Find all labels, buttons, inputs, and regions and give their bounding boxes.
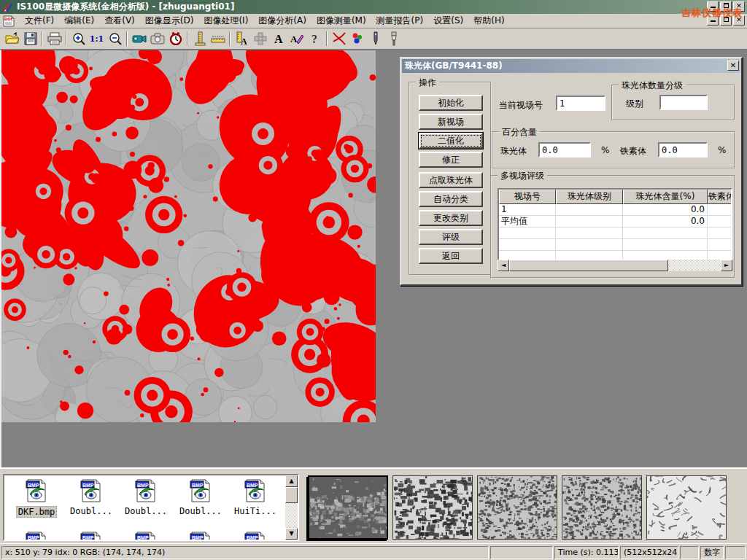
thumbnail-2[interactable] xyxy=(392,475,473,540)
actual-size-button[interactable]: 1:1 xyxy=(88,30,106,47)
binarize-button[interactable]: 二值化 xyxy=(419,133,483,149)
mdi-close-button[interactable]: ✕ xyxy=(733,15,745,26)
file-item[interactable]: BMP DKF.bmp xyxy=(10,478,63,518)
open-button[interactable] xyxy=(3,30,21,47)
file-name[interactable]: Doubl... xyxy=(123,506,169,516)
current-field-input[interactable] xyxy=(556,96,605,111)
application-window: { "window": { "title": "IS100显微摄像系统(金相分析… xyxy=(0,0,747,560)
file-name[interactable]: HuiTi... xyxy=(233,506,278,516)
file-item[interactable]: BMP xyxy=(120,531,172,541)
level-label: 级别 xyxy=(626,98,643,110)
pick-pearlite-button[interactable]: 点取珠光体 xyxy=(419,172,483,188)
file-item[interactable]: BMP xyxy=(65,531,117,541)
pixel-info: x: 510 y: 79 idx: 0 RGB: (174, 174, 174) xyxy=(1,546,489,559)
menu-edit[interactable]: 编辑(E) xyxy=(59,13,99,28)
classify-button[interactable] xyxy=(348,30,366,47)
video-capture-button[interactable] xyxy=(130,30,148,47)
minimize-button[interactable] xyxy=(707,1,719,12)
title-bar[interactable]: IS100显微摄像系统(金相分析版) - [zhuguangti01] ✕ xyxy=(0,0,747,14)
pen-button[interactable] xyxy=(366,30,384,47)
help-button[interactable]: ? xyxy=(306,30,324,47)
change-class-button[interactable]: 更改类别 xyxy=(419,210,483,226)
auto-classify-button[interactable]: 自动分类 xyxy=(419,191,483,207)
correct-button[interactable]: 修正 xyxy=(419,152,483,168)
scroll-left-button[interactable]: ◄ xyxy=(498,260,509,271)
mdi-restore-button[interactable] xyxy=(720,15,732,26)
file-list-scrollbar[interactable]: ▲ ▼ xyxy=(285,475,298,540)
thumbnail-4[interactable] xyxy=(562,475,642,540)
file-item[interactable]: BMP xyxy=(10,531,63,541)
curve-delete-button[interactable] xyxy=(330,30,348,47)
thumbnail-3[interactable] xyxy=(477,475,557,540)
text-icon: A xyxy=(273,32,285,45)
brush-button[interactable] xyxy=(384,30,403,47)
menu-file[interactable]: 文件(F) xyxy=(20,13,59,28)
close-button[interactable]: ✕ xyxy=(733,1,745,12)
file-name[interactable]: Doubl... xyxy=(178,506,223,516)
annotate-button[interactable]: A xyxy=(287,30,306,47)
menu-image-analysis[interactable]: 图像分析(A) xyxy=(253,13,311,28)
dialog-title-bar[interactable]: 珠光体(GB/T9441-88) ✕ xyxy=(402,59,740,73)
calibrate-button[interactable]: A xyxy=(233,30,251,47)
timer-button[interactable] xyxy=(166,30,185,47)
file-item[interactable]: BMP xyxy=(174,531,227,541)
file-item[interactable]: BMP HuiTi... xyxy=(229,478,282,516)
grading-group-label: 珠光体数量分级 xyxy=(619,79,686,92)
pearlite-input[interactable] xyxy=(538,142,591,158)
save-floppy-icon xyxy=(24,32,37,45)
metallograph-image[interactable] xyxy=(1,50,376,422)
horizontal-measure-button[interactable] xyxy=(209,30,227,47)
zoom-in-button[interactable] xyxy=(69,30,88,47)
rate-button[interactable]: 评级 xyxy=(419,229,483,245)
photo-capture-button[interactable] xyxy=(148,30,166,47)
menu-image-display[interactable]: 图像显示(D) xyxy=(140,13,199,28)
particle-classify-icon xyxy=(351,32,364,45)
scroll-up-button[interactable]: ▲ xyxy=(285,475,298,487)
menu-image-measure[interactable]: 图像测量(M) xyxy=(311,13,371,28)
svg-text:A: A xyxy=(290,34,298,44)
level-input[interactable] xyxy=(659,95,708,110)
file-item[interactable]: BMP Doubl... xyxy=(120,478,172,516)
scroll-down-button[interactable]: ▼ xyxy=(285,528,298,540)
print-button[interactable] xyxy=(45,30,63,47)
file-item[interactable]: BMP Doubl... xyxy=(174,478,227,516)
text-label-button[interactable]: A xyxy=(269,30,287,47)
menu-measure-report[interactable]: 测量报告(P) xyxy=(371,13,429,28)
initialize-button[interactable]: 初始化 xyxy=(419,95,483,111)
tile-button[interactable] xyxy=(251,30,269,47)
return-button[interactable]: 返回 xyxy=(419,248,483,264)
file-list[interactable]: BMP DKF.bmp BMP Doubl... BMP Doubl... BM… xyxy=(3,474,299,541)
zoom-in-icon xyxy=(72,32,85,45)
scrollbar-track[interactable] xyxy=(668,260,721,271)
menu-settings[interactable]: 设置(S) xyxy=(428,13,468,28)
vertical-measure-button[interactable] xyxy=(190,30,209,47)
scroll-right-button[interactable]: ► xyxy=(721,260,732,271)
table-row[interactable]: 平均值 0.0 xyxy=(499,216,731,228)
dialog-close-button[interactable]: ✕ xyxy=(727,61,739,71)
ferrite-input[interactable] xyxy=(658,142,708,158)
vertical-ruler-icon xyxy=(194,31,206,46)
file-item[interactable]: BMP Doubl... xyxy=(65,478,117,516)
scrollbar-thumb[interactable] xyxy=(509,260,668,271)
new-field-button[interactable]: 新视场 xyxy=(419,114,483,130)
grading-group: 珠光体数量分级 级别 xyxy=(611,85,735,121)
table-horizontal-scrollbar[interactable]: ◄ ► xyxy=(498,260,732,271)
file-name[interactable]: Doubl... xyxy=(69,506,114,516)
scrollbar-thumb[interactable] xyxy=(285,487,298,503)
file-item[interactable]: BMP xyxy=(229,531,282,541)
thumbnail-5[interactable] xyxy=(646,475,727,540)
thumbnail-1[interactable] xyxy=(308,475,388,540)
table-row[interactable]: 1 0.0 xyxy=(499,204,731,216)
restore-button[interactable] xyxy=(720,1,732,12)
mode-panel: 数字 xyxy=(700,546,724,559)
save-button[interactable] xyxy=(21,30,39,47)
rating-table[interactable]: 视场号 珠光体级别 珠光体含量(%) 铁素体含量(%) 1 0.0 平均值 0.… xyxy=(498,188,732,261)
menu-help[interactable]: 帮助(H) xyxy=(468,13,509,28)
zoom-out-button[interactable] xyxy=(106,30,124,47)
menu-image-process[interactable]: 图像处理(I) xyxy=(198,13,253,28)
printer-icon xyxy=(47,32,62,45)
file-name[interactable]: DKF.bmp xyxy=(16,506,58,518)
toolbar-separator xyxy=(42,31,43,46)
menu-view[interactable]: 查看(V) xyxy=(99,13,140,28)
mdi-minimize-button[interactable] xyxy=(707,15,719,26)
